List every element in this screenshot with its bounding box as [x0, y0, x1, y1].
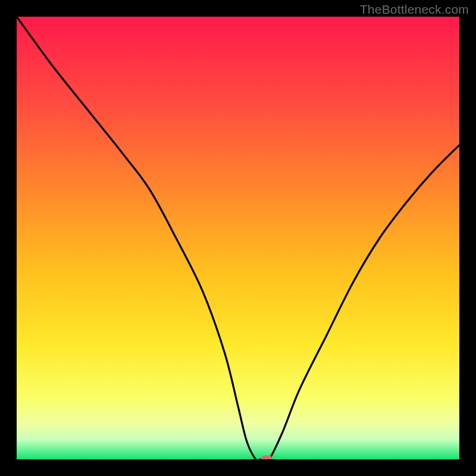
- plot-area: [17, 17, 459, 459]
- bottleneck-plot-svg: [17, 17, 459, 459]
- watermark-label: TheBottleneck.com: [360, 2, 469, 17]
- chart-canvas: TheBottleneck.com: [0, 0, 476, 476]
- optimum-marker: [261, 456, 272, 460]
- gradient-background: [17, 17, 459, 459]
